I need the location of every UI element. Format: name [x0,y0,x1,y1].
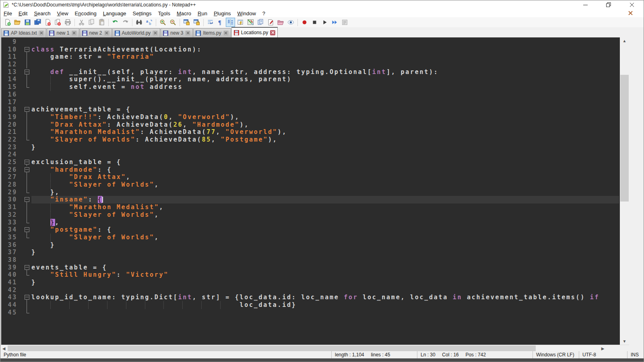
macro-play-icon[interactable] [320,18,329,27]
line-number: 11 [1,53,18,61]
show-wrap-symbol-icon[interactable] [236,18,245,27]
code-line-30: 30 "insane": { [1,196,619,204]
fold-toggle-icon[interactable] [18,106,31,113]
find-icon[interactable] [134,18,144,27]
tab-close-icon[interactable] [153,31,158,36]
menu-encoding[interactable]: Encoding [72,10,100,17]
line-number: 25 [1,158,18,166]
fold-toggle-icon[interactable] [18,294,31,301]
vertical-scroll-thumb[interactable] [620,75,629,202]
zoom-in-icon[interactable] [158,18,167,27]
function-list-icon[interactable] [266,18,275,27]
status-eol-format[interactable]: Windows (CR LF) [533,351,579,358]
menu-plugins[interactable]: Plugins [211,10,234,17]
sync-vertical-scroll-icon[interactable] [182,18,191,27]
close-button[interactable] [620,0,644,9]
menu-macro[interactable]: Macro [173,10,194,17]
macro-record-icon[interactable] [300,18,309,27]
fold-toggle-icon[interactable] [18,226,31,234]
save-icon[interactable] [23,18,32,27]
show-indent-guide-icon[interactable] [226,18,235,27]
menu-file[interactable]: File [0,10,15,17]
horizontal-scrollbar[interactable]: ◀ ▶ [0,345,629,352]
fold-toggle-icon[interactable] [18,68,31,76]
tab-new-1[interactable]: new 1 [47,28,79,37]
fold-margin [18,173,31,181]
code-line-35: 35 "Slayer of Worlds", [1,234,619,241]
fold-toggle-icon[interactable] [18,158,31,166]
menu-view[interactable]: View [54,10,72,17]
new-file-icon[interactable] [3,18,12,27]
menu-run[interactable]: Run [194,10,211,17]
zoom-out-icon[interactable] [168,18,178,27]
tab-autoworld-py[interactable]: AutoWorld.py [112,28,161,37]
print-icon[interactable] [63,18,72,27]
tab-close-icon[interactable] [270,30,275,35]
cut-icon[interactable] [77,18,86,27]
fold-toggle-icon[interactable] [18,46,31,53]
code-text [31,151,619,158]
code-text: } [31,241,619,249]
horizontal-scroll-thumb[interactable] [8,346,536,351]
tab-locations-py[interactable]: Locations.py [231,27,278,37]
fold-margin [18,99,31,106]
tab-close-icon[interactable] [72,31,77,36]
close-all-icon[interactable] [53,18,62,27]
document-list-icon[interactable] [256,18,265,27]
monitoring-icon[interactable] [286,18,295,27]
restore-button[interactable] [597,0,620,9]
minimize-button[interactable] [574,0,597,9]
scroll-up-arrow[interactable]: ▲ [620,37,629,44]
tab-new-3[interactable]: new 3 [161,28,193,37]
status-encoding[interactable]: UTF-8 [579,351,627,358]
tab-close-icon[interactable] [104,31,109,36]
word-wrap-icon[interactable] [206,18,215,27]
macro-stop-icon[interactable] [310,18,319,27]
menu-tools[interactable]: Tools [155,10,173,17]
menu-language[interactable]: Language [100,10,130,17]
tab-close-icon[interactable] [223,31,229,36]
tab-label: Items.py [203,30,221,36]
fold-toggle-icon[interactable] [18,166,31,174]
fold-toggle-icon[interactable] [18,264,31,272]
scroll-down-arrow[interactable]: ▼ [620,338,629,345]
tab-close-icon[interactable] [39,31,44,36]
scroll-left-arrow[interactable]: ◀ [0,345,7,352]
code-line-12: 12 [1,61,619,68]
fold-margin [18,113,31,121]
close-file-icon[interactable] [43,18,52,27]
line-number: 29 [1,189,18,196]
open-file-icon[interactable] [13,18,22,27]
menu-settings[interactable]: Settings [130,10,155,17]
menu-edit[interactable]: Edit [15,10,31,17]
replace-icon[interactable]: ab [144,18,154,27]
vertical-scrollbar[interactable]: ▲ ▼ [620,37,629,345]
close-document-x-button[interactable] [628,10,633,17]
scroll-right-arrow[interactable]: ▶ [599,345,606,352]
tab-items-py[interactable]: Items.py [193,28,231,37]
tab-new-2[interactable]: new 2 [80,28,112,37]
menu-window[interactable]: Window [234,10,259,17]
editor-pane[interactable]: 910class TerrariaAchievement(Location):1… [0,37,629,345]
macro-save-icon[interactable] [340,18,349,27]
undo-icon[interactable] [111,18,120,27]
save-all-icon[interactable] [33,18,42,27]
folder-as-workspace-icon[interactable] [276,18,285,27]
sync-horizontal-scroll-icon[interactable] [192,18,201,27]
tab-close-icon[interactable] [185,31,190,36]
status-insert-mode[interactable]: INS [627,351,644,358]
line-number: 17 [1,99,18,106]
macro-run-multiple-icon[interactable] [330,18,339,27]
paste-icon[interactable] [97,18,106,27]
line-number: 21 [1,128,18,136]
code-line-22: 22 "Slayer of Worlds": AchieveData(85, "… [1,136,619,144]
menu-search[interactable]: Search [31,10,54,17]
menu-?[interactable]: ? [259,10,268,17]
svg-text:a: a [146,19,149,23]
redo-icon[interactable] [121,18,130,27]
show-all-characters-icon[interactable]: ¶ [216,18,225,27]
document-map-icon[interactable] [246,18,255,27]
copy-icon[interactable] [87,18,96,27]
tab-ap-ideas-txt[interactable]: AP Ideas.txt [1,28,46,37]
fold-toggle-icon[interactable] [18,196,31,204]
